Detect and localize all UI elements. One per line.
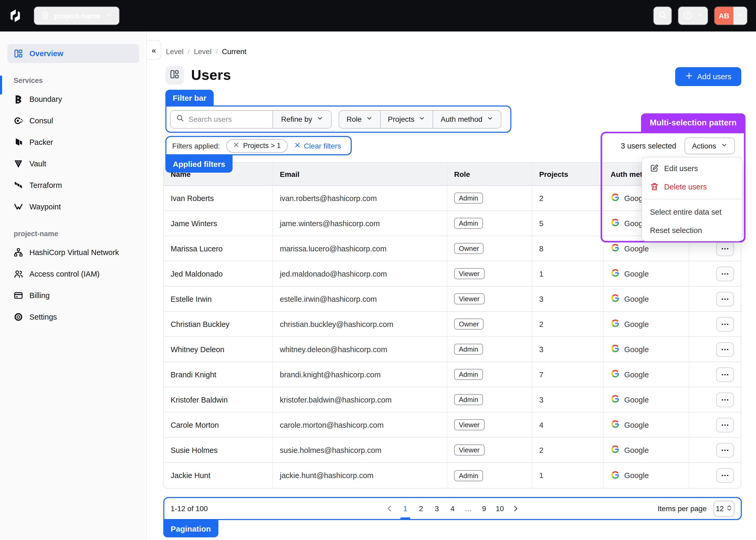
packer-icon xyxy=(14,137,23,147)
sidebar-item-billing[interactable]: Billing xyxy=(7,286,139,305)
pagination-page-3[interactable]: 3 xyxy=(430,497,444,520)
cell-name: Susie Holmes xyxy=(164,438,273,462)
pagination-page-1[interactable]: 1 xyxy=(398,497,412,520)
sidebar-item-boundary[interactable]: Boundary xyxy=(7,90,139,109)
sidebar-item-terraform[interactable]: Terraform xyxy=(7,176,139,195)
filters-applied-label: Filters applied: xyxy=(172,141,220,150)
table-row: Christian Buckleychristian.buckley@hashi… xyxy=(164,312,741,337)
chevron-down-icon xyxy=(419,115,425,123)
sidebar-item-waypoint[interactable]: Waypoint xyxy=(7,197,139,216)
pagination-next-button[interactable] xyxy=(509,497,523,520)
sidebar-item-access-control-iam-[interactable]: Access control (IAM) xyxy=(7,264,139,283)
row-actions-button[interactable] xyxy=(716,317,734,332)
pagination-page-9[interactable]: 9 xyxy=(477,497,491,520)
breadcrumb-link[interactable]: Level xyxy=(194,47,212,56)
actions-dropdown-button[interactable]: Actions xyxy=(684,137,735,154)
sidebar-item-consul[interactable]: Consul xyxy=(7,111,139,130)
role-badge: Owner xyxy=(454,243,484,254)
menu-item-edit-users[interactable]: Edit users xyxy=(642,159,742,177)
page-title: Users xyxy=(191,67,231,83)
row-actions-button[interactable] xyxy=(716,266,734,281)
menu-item-label: Reset selection xyxy=(650,226,702,234)
pagination-page-10[interactable]: 10 xyxy=(493,497,507,520)
menu-item-label: Select entire data set xyxy=(650,207,721,216)
row-actions-button[interactable] xyxy=(716,241,734,256)
row-actions-button[interactable] xyxy=(716,367,734,382)
help-menu-button[interactable]: ? xyxy=(678,6,708,25)
google-icon xyxy=(611,369,620,380)
project-switcher-button[interactable]: project-name xyxy=(34,6,120,25)
table-row: Whitney Deleonwhitney.deleon@hashicorp.c… xyxy=(164,337,741,362)
menu-item-reset-selection[interactable]: Reset selection xyxy=(642,221,742,239)
items-per-page-stepper[interactable]: 12 xyxy=(713,500,734,517)
menu-item-delete-users[interactable]: Delete users xyxy=(642,177,742,196)
table-row: Carole Mortoncarole.morton@hashicorp.com… xyxy=(164,412,741,438)
google-icon xyxy=(611,193,620,203)
actions-label: Actions xyxy=(692,142,716,150)
avatar: AB xyxy=(714,6,733,25)
project-switcher-label: project-name xyxy=(54,12,100,20)
filter-dropdown-projects[interactable]: Projects xyxy=(380,110,433,128)
gear-icon xyxy=(14,312,23,322)
search-button[interactable] xyxy=(653,6,672,25)
unfold-icon xyxy=(726,504,732,512)
table-row: Jed Maldonadojed.maldonado@hashicorp.com… xyxy=(164,261,741,287)
cell-email: christian.buckley@hashicorp.com xyxy=(273,312,447,337)
row-actions-button[interactable] xyxy=(716,292,734,306)
search-users-input[interactable] xyxy=(189,115,262,123)
sidebar-item-hashicorp-virtual-network[interactable]: HashiCorp Virtual Network xyxy=(7,243,139,262)
cell-name: Brandi Knight xyxy=(164,362,273,387)
breadcrumb-separator: / xyxy=(188,47,190,56)
cell-auth-method: Google xyxy=(604,337,689,361)
pagination-page-4[interactable]: 4 xyxy=(446,497,459,520)
cell-name: Carole Morton xyxy=(164,412,273,437)
breadcrumb-link[interactable]: Level xyxy=(166,47,184,56)
table-row: Estelle Irwinestelle.irwin@hashicorp.com… xyxy=(164,287,741,312)
table-header-cell: Role xyxy=(447,163,532,185)
sidebar-item-label: Vault xyxy=(29,160,46,168)
sidebar-collapse-button[interactable]: « xyxy=(147,40,161,60)
cell-role: Admin xyxy=(447,337,532,361)
cell-projects: 4 xyxy=(532,412,604,437)
sidebar-item-packer[interactable]: Packer xyxy=(7,133,139,152)
row-actions-button[interactable] xyxy=(716,417,734,432)
sidebar-item-label: Boundary xyxy=(29,95,62,103)
cell-role: Admin xyxy=(447,362,532,387)
add-users-button[interactable]: Add users xyxy=(675,67,741,86)
annotation-pagination: Pagination xyxy=(163,520,218,537)
sidebar-item-vault[interactable]: Vault xyxy=(7,154,139,173)
sidebar-item-settings[interactable]: Settings xyxy=(7,308,139,327)
x-icon xyxy=(233,142,239,150)
filter-chip[interactable]: Projects > 1 xyxy=(226,139,287,152)
pagination-prev-button[interactable] xyxy=(383,497,396,520)
filter-dropdown-auth-method[interactable]: Auth method xyxy=(433,110,501,128)
cell-auth-method: Google xyxy=(604,261,689,286)
account-menu-button[interactable]: AB xyxy=(714,6,748,25)
pagination-page-2[interactable]: 2 xyxy=(414,497,428,520)
cell-role: Viewer xyxy=(447,261,532,286)
menu-item-select-entire-data-set[interactable]: Select entire data set xyxy=(642,202,742,221)
hashicorp-logo-icon[interactable] xyxy=(8,9,22,23)
cell-actions xyxy=(689,287,741,311)
table-row: Susie Holmessusie.holmes@hashicorp.comVi… xyxy=(164,438,741,463)
clear-filters-link[interactable]: Clear filters xyxy=(294,141,341,150)
sidebar-section-title: Services xyxy=(14,76,133,84)
menu-item-label: Edit users xyxy=(664,164,698,172)
cell-actions xyxy=(689,387,741,412)
google-icon xyxy=(611,268,620,279)
table-header-cell: Projects xyxy=(532,163,604,185)
row-actions-button[interactable] xyxy=(716,443,734,457)
document-icon xyxy=(41,11,49,21)
active-indicator xyxy=(0,75,2,94)
row-actions-button[interactable] xyxy=(716,392,734,407)
filter-dropdown-label: Auth method xyxy=(441,115,483,123)
sidebar-item-overview[interactable]: Overview xyxy=(7,44,139,63)
row-actions-button[interactable] xyxy=(716,468,734,483)
pagination-range: 1-12 of 100 xyxy=(171,504,208,513)
cell-projects: 5 xyxy=(532,211,604,236)
row-actions-button[interactable] xyxy=(716,342,734,356)
refine-by-dropdown[interactable]: Refine by xyxy=(272,110,331,128)
filter-dropdown-role[interactable]: Role xyxy=(339,110,380,128)
help-icon: ? xyxy=(683,10,692,21)
cell-auth-method: Google xyxy=(604,438,689,462)
